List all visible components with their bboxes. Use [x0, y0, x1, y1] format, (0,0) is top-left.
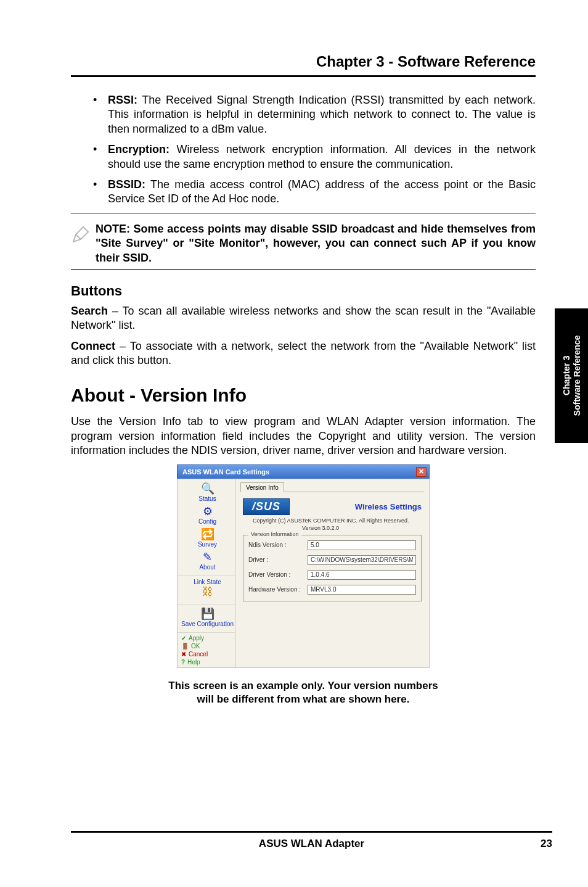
door-icon: 🚪: [181, 643, 189, 650]
driver-version-field[interactable]: [308, 570, 416, 580]
caption-line2: will be different from what are shown he…: [197, 693, 410, 705]
version-fieldset: Version Information Ndis Version : Drive…: [243, 535, 422, 601]
bullet-bssid: • BSSID: The media access control (MAC) …: [93, 178, 536, 207]
settings-dialog: ASUS WLAN Card Settings ✕ 🔍 Status ⚙ Con…: [177, 464, 430, 668]
field-label: Driver Version :: [248, 571, 303, 578]
page-side-tab: Chapter 3 Software Reference: [555, 308, 588, 443]
sidebar-label: Status: [198, 495, 216, 502]
sidebar-item-survey[interactable]: 🔁 Survey: [180, 527, 235, 548]
dialog-main: Version Info /SUS Wireless Settings Copy…: [235, 479, 429, 667]
sidebar-label: Save Configuration: [181, 621, 234, 627]
bullet-icon: •: [93, 142, 108, 171]
status-icon: 🔍: [200, 482, 216, 495]
dialog-title: ASUS WLAN Card Settings: [182, 468, 269, 476]
help-icon: ?: [181, 659, 185, 666]
sidebar-item-about[interactable]: ✎ About: [180, 550, 235, 571]
bullet-list: • RSSI: The Received Signal Strength Ind…: [93, 93, 536, 207]
search-term: Search: [71, 305, 108, 317]
side-tab-line1: Chapter 3: [561, 336, 571, 416]
divider-top: [71, 75, 536, 77]
field-label: Driver :: [248, 556, 303, 563]
tab-version-info[interactable]: Version Info: [240, 482, 284, 492]
field-label: Hardware Version :: [248, 586, 303, 593]
config-icon: ⚙: [200, 505, 216, 518]
bullet-term: BSSID:: [108, 178, 145, 191]
sidebar-item-config[interactable]: ⚙ Config: [180, 505, 235, 525]
close-icon: ✕: [419, 468, 424, 476]
connect-rest: – To associate with a network, select th…: [71, 340, 536, 366]
wireless-settings-title: Wireless Settings: [355, 502, 422, 511]
search-para: Search – To scan all available wireless …: [71, 304, 536, 333]
sidebar-item-status[interactable]: 🔍 Status: [180, 482, 235, 502]
connect-para: Connect – To associate with a network, s…: [71, 339, 536, 368]
dialog-body: 🔍 Status ⚙ Config 🔁 Survey ✎ About: [177, 479, 430, 668]
dialog-titlebar[interactable]: ASUS WLAN Card Settings ✕: [177, 464, 430, 479]
search-rest: – To scan all available wireless network…: [71, 305, 536, 331]
copyright-text: Copyright (C) ASUSTeK COMPUTER INC. All …: [253, 518, 422, 524]
apply-button[interactable]: ✔ Apply: [178, 634, 235, 642]
fieldset-legend: Version Information: [248, 531, 301, 537]
pencil-icon: [71, 225, 96, 247]
sidebar-item-link-state[interactable]: Link State ⛓: [180, 579, 235, 599]
buttons-heading: Buttons: [71, 283, 536, 299]
field-hardware-version: Hardware Version :: [248, 585, 416, 595]
sb-link-label: Apply: [189, 635, 204, 642]
save-icon: 💾: [200, 607, 216, 621]
field-driver-version: Driver Version :: [248, 570, 416, 580]
asus-logo: /SUS: [243, 498, 290, 515]
bullet-term: Encryption:: [108, 143, 169, 155]
field-driver: Driver :: [248, 555, 416, 565]
sidebar-label: Link State: [194, 579, 221, 585]
ndis-version-field[interactable]: [308, 540, 416, 550]
x-icon: ✖: [181, 651, 186, 658]
sb-link-label: Cancel: [189, 651, 208, 658]
bullet-term: RSSI:: [108, 94, 137, 106]
driver-path-field[interactable]: [308, 555, 416, 565]
connect-term: Connect: [71, 340, 115, 352]
survey-icon: 🔁: [200, 527, 216, 541]
footer-center-text: ASUS WLAN Adapter: [71, 838, 552, 850]
about-para: Use the Version Info tab to view program…: [71, 415, 536, 458]
note-text: NOTE: Some access points may disable SSI…: [96, 222, 536, 265]
ok-button[interactable]: 🚪 OK: [178, 642, 235, 650]
sidebar-label: Survey: [198, 541, 217, 548]
field-label: Ndis Version :: [248, 542, 303, 548]
check-icon: ✔: [181, 635, 186, 642]
bullet-encryption: • Encryption: Wireless network encryptio…: [93, 142, 536, 171]
cancel-button[interactable]: ✖ Cancel: [178, 650, 235, 658]
bullet-body: Wireless network encryption information.…: [108, 143, 536, 170]
field-ndis: Ndis Version :: [248, 540, 416, 550]
close-button[interactable]: ✕: [416, 467, 427, 477]
sb-link-label: Help: [187, 659, 200, 666]
note-block: NOTE: Some access points may disable SSI…: [71, 222, 536, 265]
caption-line1: This screen is an example only. Your ver…: [168, 680, 438, 691]
sb-link-label: OK: [191, 643, 200, 650]
note-divider-top: [71, 213, 536, 213]
bullet-rssi: • RSSI: The Received Signal Strength Ind…: [93, 93, 536, 136]
bullet-body: The Received Signal Strength Indication …: [108, 94, 536, 135]
dialog-sidebar: 🔍 Status ⚙ Config 🔁 Survey ✎ About: [178, 479, 235, 667]
chapter-title: Chapter 3 - Software Reference: [71, 53, 536, 70]
help-button[interactable]: ? Help: [178, 658, 235, 666]
about-icon: ✎: [200, 550, 216, 564]
bullet-icon: •: [93, 178, 108, 207]
bullet-icon: •: [93, 93, 108, 136]
note-divider-bottom: [71, 269, 536, 270]
sidebar-item-save-config[interactable]: 💾 Save Configuration: [180, 607, 235, 627]
program-version: Version 3.0.2.0: [302, 525, 422, 531]
screenshot-caption: This screen is an example only. Your ver…: [71, 679, 536, 706]
link-state-icon: ⛓: [200, 585, 216, 599]
hardware-version-field[interactable]: [308, 585, 416, 595]
tab-strip: Version Info: [240, 482, 424, 492]
sidebar-label: Config: [198, 518, 216, 525]
sidebar-label: About: [199, 564, 215, 571]
page-body: Chapter 3 - Software Reference • RSSI: T…: [0, 0, 588, 743]
about-heading: About - Version Info: [71, 385, 536, 406]
page-footer: ASUS WLAN Adapter 23: [71, 831, 552, 850]
bullet-body: The media access control (MAC) address o…: [108, 178, 536, 205]
side-tab-line2: Software Reference: [571, 336, 582, 416]
